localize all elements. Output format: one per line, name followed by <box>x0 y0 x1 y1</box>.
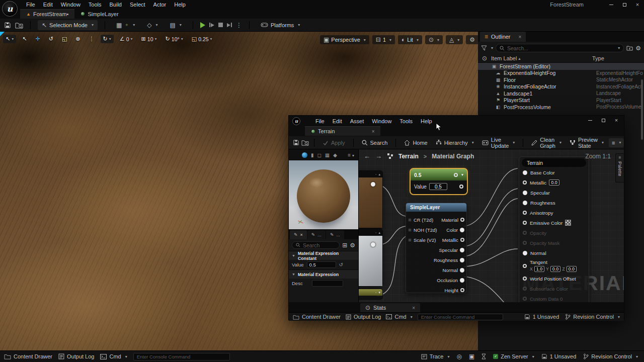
material-result-node[interactable]: Terrain Base Color X <box>519 156 589 302</box>
clean-graph-dropdown[interactable]: Clean Graph▾ <box>528 135 565 150</box>
input-pin[interactable] <box>523 287 527 291</box>
material-preview-viewport[interactable] <box>289 160 358 229</box>
input-pin-row[interactable]: Scale (V2) <box>408 235 436 245</box>
menu-item[interactable]: Edit <box>329 117 346 125</box>
outliner-row[interactable]: ▣ ForestStream (Editor) <box>478 63 644 70</box>
tab-simplelayer[interactable]: SimpleLayer <box>74 9 124 19</box>
material-pin-row[interactable]: Specular X Y Z <box>519 188 589 198</box>
output-pin-row[interactable]: Height <box>445 285 464 295</box>
input-pin[interactable] <box>523 251 527 255</box>
column-type[interactable]: Type <box>592 55 640 61</box>
view-modes-dropdown[interactable]: ◬▾ <box>446 35 463 44</box>
color-swatch[interactable] <box>565 220 571 226</box>
input-pin-row[interactable]: NOH (T2d) <box>408 225 437 235</box>
cmd-dropdown[interactable]: Cmd▾ <box>100 353 127 359</box>
layout-dropdown[interactable]: ⊟1▾ <box>372 35 395 44</box>
select-mode-dropdown[interactable]: ↖▾ <box>3 35 16 43</box>
material-graph[interactable]: ← → Terrain > Material Graph Zoom 1:1 ≡ … <box>359 149 624 302</box>
home-button[interactable]: Home <box>401 138 430 147</box>
output-pin[interactable] <box>459 185 463 189</box>
input-pin[interactable] <box>408 238 412 242</box>
reset-icon[interactable]: ↺ <box>339 262 343 267</box>
menu-item[interactable]: Select <box>126 1 149 9</box>
perspective-dropdown[interactable]: ▣Perspective▾ <box>320 35 369 44</box>
output-pin-row[interactable]: Normal <box>442 265 464 275</box>
output-log-button[interactable]: Output Log <box>58 353 94 359</box>
menu-item[interactable]: Actor <box>149 1 171 9</box>
details-search[interactable] <box>292 241 340 249</box>
breadcrumb-current[interactable]: Material Graph <box>432 153 474 160</box>
add-actor-dropdown[interactable]: ▦＋▾ <box>112 20 139 30</box>
output-pin[interactable] <box>460 278 464 283</box>
preview-cylinder-icon[interactable]: ▮ <box>311 152 314 158</box>
surface-snap-dropdown[interactable]: ↻▾ <box>101 35 114 43</box>
output-pin-row[interactable]: Occlusion <box>437 275 464 285</box>
menu-item[interactable]: Edit <box>39 1 57 9</box>
console-input[interactable] <box>137 354 226 359</box>
output-pin[interactable] <box>371 242 375 247</box>
section-expression[interactable]: ▼Material Expression <box>289 269 358 279</box>
output-pin-row[interactable]: Specular <box>439 245 465 255</box>
outliner-row[interactable]: ⚑ PlayerStart PlayerStart <box>478 97 644 104</box>
menu-item[interactable]: File <box>22 1 39 9</box>
menu-item[interactable]: Help <box>170 1 190 9</box>
content-drawer-button[interactable]: Content Drawer <box>293 314 341 320</box>
menu-item[interactable]: File <box>311 117 329 125</box>
angle-snap-dropdown[interactable]: ∠ 0▾ <box>117 35 135 43</box>
move-tool[interactable]: ✛ <box>33 35 42 43</box>
hourglass-icon[interactable] <box>481 353 486 359</box>
rotation-snap-dropdown[interactable]: ↻ 10°▾ <box>163 35 186 43</box>
trace-dropdown[interactable]: Trace▾ <box>421 353 450 359</box>
constant-node[interactable]: 0.5 ▾ Value 0.5 <box>411 169 467 194</box>
content-drawer-button[interactable]: Content Drawer <box>4 353 52 359</box>
menu-item[interactable]: Window <box>368 117 395 125</box>
preview-cube-icon[interactable]: ▦ <box>325 152 330 158</box>
vector-node-scale[interactable]: ◦▾ <box>359 289 383 300</box>
output-pin-row[interactable]: Material <box>441 215 464 225</box>
collapse-icon[interactable]: ▴ <box>378 172 380 176</box>
save-icon[interactable] <box>293 139 299 146</box>
value-field[interactable]: 0.5 <box>307 261 336 268</box>
scale-tool[interactable]: ◱ <box>59 35 69 43</box>
output-pin[interactable] <box>460 288 464 292</box>
output-log-button[interactable]: Output Log <box>346 314 381 320</box>
input-pin[interactable] <box>523 180 527 185</box>
column-item-label[interactable]: Item Label <box>491 55 517 61</box>
terrain-tab[interactable]: Terrain × <box>305 126 380 136</box>
eject-button[interactable] <box>227 23 232 27</box>
visibility-column-icon[interactable]: ⊙ <box>482 55 487 62</box>
minimize-button[interactable] <box>584 116 597 125</box>
blueprints-dropdown[interactable]: ◇▾ <box>143 20 162 30</box>
input-pin[interactable] <box>523 211 527 215</box>
content-drawer-icon[interactable] <box>15 22 23 29</box>
input-pin[interactable] <box>408 228 412 232</box>
grid-snap-dropdown[interactable]: ⊞ 10▾ <box>139 35 159 43</box>
outliner-row[interactable]: ☁ ExponentialHeightFog ExponentialHeight… <box>478 70 644 77</box>
grid-view-icon[interactable]: ⊞ <box>342 242 347 249</box>
outliner-tab[interactable]: ≡ Outliner × <box>480 32 526 42</box>
material-pin-row[interactable]: Opacity X Y Z <box>519 228 589 238</box>
input-pin[interactable] <box>523 297 527 301</box>
search-button[interactable]: Search <box>359 138 391 147</box>
unsaved-indicator[interactable]: 1 Unsaved <box>524 314 559 320</box>
output-pin-row[interactable]: Roughness <box>434 255 464 265</box>
details-tab-2[interactable]: ✎... <box>307 230 326 239</box>
simplelayer-node[interactable]: SimpleLayer CR (T2d) NOH (T2d) Scale <box>406 203 467 293</box>
viewport-settings-dropdown[interactable]: ⚙▾ <box>466 35 478 44</box>
material-pin-row[interactable]: Custom Data 0 X Y Z <box>519 294 589 302</box>
input-pin[interactable] <box>408 218 412 222</box>
new-folder-icon[interactable] <box>626 45 633 51</box>
texture-node-cr[interactable]: ◦▴ <box>359 170 383 229</box>
outliner-row[interactable]: ▲ Landscape1 Landscape <box>478 90 644 97</box>
play-options-kebab-icon[interactable]: ⋮ <box>236 22 242 29</box>
menu-item[interactable]: Asset <box>346 117 368 125</box>
menu-item[interactable]: Tools <box>395 117 417 125</box>
rotate-tool[interactable]: ↺ <box>46 35 56 43</box>
preview-sphere-icon[interactable] <box>302 152 307 158</box>
input-pin[interactable] <box>523 241 527 245</box>
revision-control-dropdown[interactable]: Revision Control▾ <box>583 353 638 359</box>
selection-mode-dropdown[interactable]: ↖ Selection Mode ▾ <box>38 20 98 30</box>
outliner-row[interactable]: ❀ InstancedFoliageActor InstancedFoliage… <box>478 83 644 90</box>
material-pin-row[interactable]: Base Color X Y Z <box>519 167 589 177</box>
console-input[interactable] <box>421 314 500 320</box>
